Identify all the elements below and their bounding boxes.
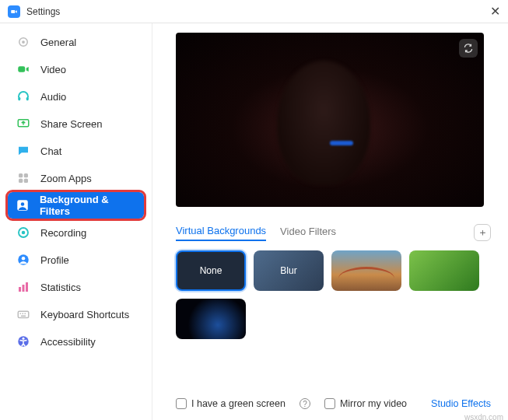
sidebar-item-zoom-apps[interactable]: Zoom Apps [8,165,144,191]
checkbox-box [324,398,335,409]
bg-option-bridge[interactable] [331,250,401,291]
apps-icon [16,170,31,186]
svg-rect-22 [23,313,24,315]
sidebar-item-share-screen[interactable]: Share Screen [8,110,144,137]
sidebar-item-profile[interactable]: Profile [8,247,144,273]
video-preview [176,33,484,207]
svg-point-2 [22,40,25,44]
sidebar-item-label: Video [40,64,66,75]
bottom-options: I have a green screen ? Mirror my video … [176,398,491,409]
add-background-button[interactable]: ＋ [474,224,491,241]
mirror-label: Mirror my video [340,398,407,409]
svg-rect-17 [19,287,21,292]
bg-tabs: Virtual Backgrounds Video Filters ＋ [176,224,491,241]
sidebar-item-background-filters[interactable]: Background & Filters [8,192,144,219]
rotate-camera-icon[interactable] [459,39,478,58]
preview-glint [330,141,353,145]
svg-rect-24 [21,316,26,317]
svg-rect-7 [19,173,23,177]
sidebar-item-keyboard-shortcuts[interactable]: Keyboard Shortcuts [8,301,144,327]
video-icon [16,61,31,77]
content-pane: Virtual Backgrounds Video Filters ＋ None… [152,23,508,420]
record-icon [16,225,31,240]
bg-option-blur[interactable]: Blur [254,250,324,291]
chat-icon [16,143,31,159]
sidebar-item-audio[interactable]: Audio [8,83,144,110]
sidebar-item-accessibility[interactable]: Accessibility [8,328,144,355]
sidebar-item-label: Recording [40,227,86,239]
svg-rect-5 [26,97,29,101]
share-screen-icon [16,116,31,131]
svg-rect-19 [26,282,28,292]
svg-point-12 [21,202,25,206]
window-title: Settings [26,6,60,17]
watermark: wsxdn.com [464,413,503,420]
keyboard-icon [16,306,31,322]
statistics-icon [16,279,31,295]
sidebar-item-label: Background & Filters [40,194,136,217]
sidebar-item-label: Audio [40,91,66,103]
sidebar-item-label: Share Screen [40,118,103,130]
sidebar-item-label: Statistics [40,282,81,293]
mirror-video-checkbox[interactable]: Mirror my video [324,398,407,409]
svg-point-14 [22,231,26,235]
headphones-icon [16,89,31,104]
zoom-app-icon [8,5,20,18]
tab-video-filters[interactable]: Video Filters [280,226,336,240]
studio-effects-link[interactable]: Studio Effects [431,398,491,409]
bg-label: Blur [280,265,296,276]
preview-face [277,61,370,185]
profile-icon [16,252,31,268]
sidebar-item-general[interactable]: General [8,29,144,55]
sidebar: General Video Audio Share Screen Chat Zo… [0,23,152,420]
svg-rect-4 [18,97,20,101]
svg-rect-20 [18,311,29,317]
sidebar-item-label: Zoom Apps [40,173,92,184]
sidebar-item-label: Chat [40,145,61,157]
accessibility-icon [16,334,31,349]
sidebar-item-label: Profile [40,254,69,266]
svg-point-26 [23,338,25,340]
svg-rect-0 [11,9,15,12]
svg-rect-18 [23,285,25,292]
bg-option-none[interactable]: None [176,250,246,291]
sidebar-item-recording[interactable]: Recording [8,219,144,246]
svg-rect-9 [19,179,23,183]
background-thumbnails: None Blur [176,250,491,339]
svg-rect-21 [20,313,22,315]
svg-point-16 [22,257,26,261]
checkbox-box [176,398,187,409]
sidebar-item-label: Keyboard Shortcuts [40,309,129,320]
svg-rect-23 [25,313,26,315]
bg-label: None [200,265,222,276]
help-icon[interactable]: ? [300,398,310,409]
gear-icon [16,34,31,50]
svg-rect-3 [18,66,25,72]
sidebar-item-label: Accessibility [40,336,96,348]
bg-option-grass[interactable] [409,250,479,291]
tab-virtual-backgrounds[interactable]: Virtual Backgrounds [176,225,266,241]
bg-option-earth[interactable] [176,299,246,339]
svg-rect-8 [24,173,28,177]
sidebar-item-video[interactable]: Video [8,56,144,82]
close-icon[interactable]: ✕ [490,4,500,19]
titlebar: Settings ✕ [0,0,508,23]
person-square-icon [16,198,30,213]
sidebar-item-label: General [40,37,76,48]
svg-rect-10 [24,179,28,183]
sidebar-item-chat[interactable]: Chat [8,138,144,164]
green-screen-checkbox[interactable]: I have a green screen [176,398,286,409]
sidebar-item-statistics[interactable]: Statistics [8,274,144,300]
green-screen-label: I have a green screen [191,398,286,409]
